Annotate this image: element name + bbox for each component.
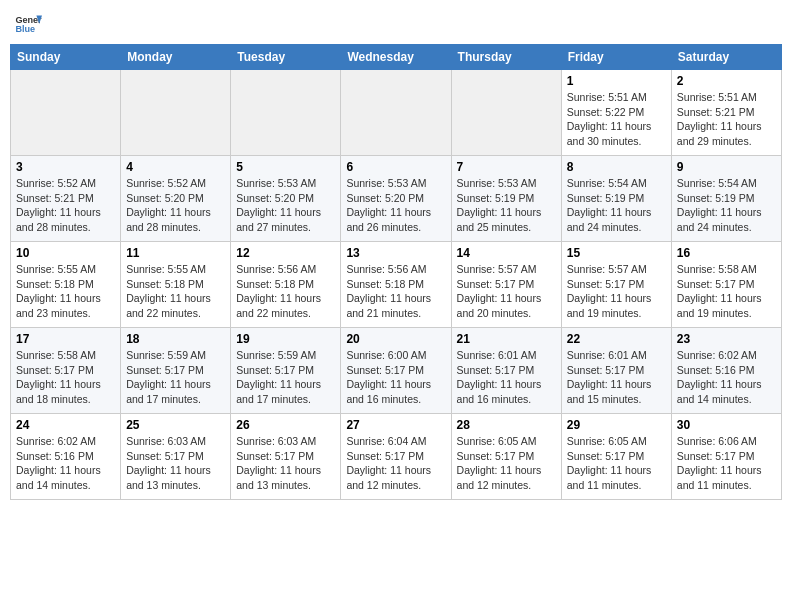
day-info: Sunrise: 5:54 AM Sunset: 5:19 PM Dayligh…	[677, 176, 776, 235]
day-info: Sunrise: 5:51 AM Sunset: 5:21 PM Dayligh…	[677, 90, 776, 149]
calendar-cell: 3Sunrise: 5:52 AM Sunset: 5:21 PM Daylig…	[11, 156, 121, 242]
weekday-header: Wednesday	[341, 45, 451, 70]
day-info: Sunrise: 6:06 AM Sunset: 5:17 PM Dayligh…	[677, 434, 776, 493]
weekday-header: Thursday	[451, 45, 561, 70]
calendar-cell: 25Sunrise: 6:03 AM Sunset: 5:17 PM Dayli…	[121, 414, 231, 500]
calendar-cell: 4Sunrise: 5:52 AM Sunset: 5:20 PM Daylig…	[121, 156, 231, 242]
calendar-cell	[11, 70, 121, 156]
calendar-week-row: 24Sunrise: 6:02 AM Sunset: 5:16 PM Dayli…	[11, 414, 782, 500]
calendar-cell	[231, 70, 341, 156]
day-info: Sunrise: 5:57 AM Sunset: 5:17 PM Dayligh…	[457, 262, 556, 321]
day-info: Sunrise: 6:05 AM Sunset: 5:17 PM Dayligh…	[567, 434, 666, 493]
day-info: Sunrise: 5:53 AM Sunset: 5:19 PM Dayligh…	[457, 176, 556, 235]
calendar-cell: 14Sunrise: 5:57 AM Sunset: 5:17 PM Dayli…	[451, 242, 561, 328]
day-info: Sunrise: 5:53 AM Sunset: 5:20 PM Dayligh…	[236, 176, 335, 235]
day-number: 11	[126, 246, 225, 260]
calendar-cell: 21Sunrise: 6:01 AM Sunset: 5:17 PM Dayli…	[451, 328, 561, 414]
day-number: 6	[346, 160, 445, 174]
day-number: 23	[677, 332, 776, 346]
day-number: 7	[457, 160, 556, 174]
day-info: Sunrise: 6:02 AM Sunset: 5:16 PM Dayligh…	[677, 348, 776, 407]
calendar-cell: 8Sunrise: 5:54 AM Sunset: 5:19 PM Daylig…	[561, 156, 671, 242]
day-number: 3	[16, 160, 115, 174]
day-number: 15	[567, 246, 666, 260]
day-info: Sunrise: 6:03 AM Sunset: 5:17 PM Dayligh…	[126, 434, 225, 493]
calendar-cell: 30Sunrise: 6:06 AM Sunset: 5:17 PM Dayli…	[671, 414, 781, 500]
day-number: 12	[236, 246, 335, 260]
calendar-cell: 2Sunrise: 5:51 AM Sunset: 5:21 PM Daylig…	[671, 70, 781, 156]
day-info: Sunrise: 6:01 AM Sunset: 5:17 PM Dayligh…	[567, 348, 666, 407]
day-number: 18	[126, 332, 225, 346]
day-number: 25	[126, 418, 225, 432]
day-info: Sunrise: 5:59 AM Sunset: 5:17 PM Dayligh…	[126, 348, 225, 407]
calendar-cell: 16Sunrise: 5:58 AM Sunset: 5:17 PM Dayli…	[671, 242, 781, 328]
day-number: 9	[677, 160, 776, 174]
day-number: 5	[236, 160, 335, 174]
day-number: 17	[16, 332, 115, 346]
day-info: Sunrise: 5:51 AM Sunset: 5:22 PM Dayligh…	[567, 90, 666, 149]
day-info: Sunrise: 6:03 AM Sunset: 5:17 PM Dayligh…	[236, 434, 335, 493]
day-number: 26	[236, 418, 335, 432]
calendar-cell: 13Sunrise: 5:56 AM Sunset: 5:18 PM Dayli…	[341, 242, 451, 328]
calendar-cell: 20Sunrise: 6:00 AM Sunset: 5:17 PM Dayli…	[341, 328, 451, 414]
day-info: Sunrise: 6:01 AM Sunset: 5:17 PM Dayligh…	[457, 348, 556, 407]
day-info: Sunrise: 5:52 AM Sunset: 5:20 PM Dayligh…	[126, 176, 225, 235]
day-number: 8	[567, 160, 666, 174]
day-info: Sunrise: 5:56 AM Sunset: 5:18 PM Dayligh…	[236, 262, 335, 321]
day-info: Sunrise: 5:58 AM Sunset: 5:17 PM Dayligh…	[16, 348, 115, 407]
weekday-header: Saturday	[671, 45, 781, 70]
day-info: Sunrise: 6:00 AM Sunset: 5:17 PM Dayligh…	[346, 348, 445, 407]
calendar-cell: 10Sunrise: 5:55 AM Sunset: 5:18 PM Dayli…	[11, 242, 121, 328]
calendar-cell: 7Sunrise: 5:53 AM Sunset: 5:19 PM Daylig…	[451, 156, 561, 242]
weekday-header: Sunday	[11, 45, 121, 70]
calendar-table: SundayMondayTuesdayWednesdayThursdayFrid…	[10, 44, 782, 500]
calendar-header-row: SundayMondayTuesdayWednesdayThursdayFrid…	[11, 45, 782, 70]
day-number: 14	[457, 246, 556, 260]
day-info: Sunrise: 5:56 AM Sunset: 5:18 PM Dayligh…	[346, 262, 445, 321]
calendar-cell: 28Sunrise: 6:05 AM Sunset: 5:17 PM Dayli…	[451, 414, 561, 500]
day-number: 1	[567, 74, 666, 88]
day-number: 2	[677, 74, 776, 88]
calendar-cell: 18Sunrise: 5:59 AM Sunset: 5:17 PM Dayli…	[121, 328, 231, 414]
calendar-cell	[341, 70, 451, 156]
day-info: Sunrise: 6:04 AM Sunset: 5:17 PM Dayligh…	[346, 434, 445, 493]
logo-icon: General Blue	[14, 10, 42, 38]
day-number: 10	[16, 246, 115, 260]
day-info: Sunrise: 5:55 AM Sunset: 5:18 PM Dayligh…	[16, 262, 115, 321]
calendar-week-row: 1Sunrise: 5:51 AM Sunset: 5:22 PM Daylig…	[11, 70, 782, 156]
day-info: Sunrise: 5:52 AM Sunset: 5:21 PM Dayligh…	[16, 176, 115, 235]
calendar-cell: 9Sunrise: 5:54 AM Sunset: 5:19 PM Daylig…	[671, 156, 781, 242]
calendar-cell: 29Sunrise: 6:05 AM Sunset: 5:17 PM Dayli…	[561, 414, 671, 500]
calendar-week-row: 17Sunrise: 5:58 AM Sunset: 5:17 PM Dayli…	[11, 328, 782, 414]
weekday-header: Tuesday	[231, 45, 341, 70]
calendar-cell: 17Sunrise: 5:58 AM Sunset: 5:17 PM Dayli…	[11, 328, 121, 414]
day-number: 20	[346, 332, 445, 346]
calendar-week-row: 10Sunrise: 5:55 AM Sunset: 5:18 PM Dayli…	[11, 242, 782, 328]
day-number: 27	[346, 418, 445, 432]
day-number: 21	[457, 332, 556, 346]
calendar-cell: 1Sunrise: 5:51 AM Sunset: 5:22 PM Daylig…	[561, 70, 671, 156]
calendar-cell: 27Sunrise: 6:04 AM Sunset: 5:17 PM Dayli…	[341, 414, 451, 500]
day-number: 13	[346, 246, 445, 260]
day-number: 28	[457, 418, 556, 432]
calendar-cell: 6Sunrise: 5:53 AM Sunset: 5:20 PM Daylig…	[341, 156, 451, 242]
day-info: Sunrise: 5:57 AM Sunset: 5:17 PM Dayligh…	[567, 262, 666, 321]
day-number: 22	[567, 332, 666, 346]
day-number: 4	[126, 160, 225, 174]
calendar-cell: 15Sunrise: 5:57 AM Sunset: 5:17 PM Dayli…	[561, 242, 671, 328]
svg-text:Blue: Blue	[15, 24, 35, 34]
calendar-cell: 23Sunrise: 6:02 AM Sunset: 5:16 PM Dayli…	[671, 328, 781, 414]
calendar-cell: 5Sunrise: 5:53 AM Sunset: 5:20 PM Daylig…	[231, 156, 341, 242]
page-header: General Blue	[10, 10, 782, 38]
day-number: 30	[677, 418, 776, 432]
day-number: 16	[677, 246, 776, 260]
calendar-cell: 11Sunrise: 5:55 AM Sunset: 5:18 PM Dayli…	[121, 242, 231, 328]
calendar-cell	[121, 70, 231, 156]
calendar-cell: 19Sunrise: 5:59 AM Sunset: 5:17 PM Dayli…	[231, 328, 341, 414]
day-info: Sunrise: 5:54 AM Sunset: 5:19 PM Dayligh…	[567, 176, 666, 235]
day-info: Sunrise: 5:55 AM Sunset: 5:18 PM Dayligh…	[126, 262, 225, 321]
day-number: 24	[16, 418, 115, 432]
day-number: 19	[236, 332, 335, 346]
weekday-header: Friday	[561, 45, 671, 70]
day-info: Sunrise: 5:53 AM Sunset: 5:20 PM Dayligh…	[346, 176, 445, 235]
